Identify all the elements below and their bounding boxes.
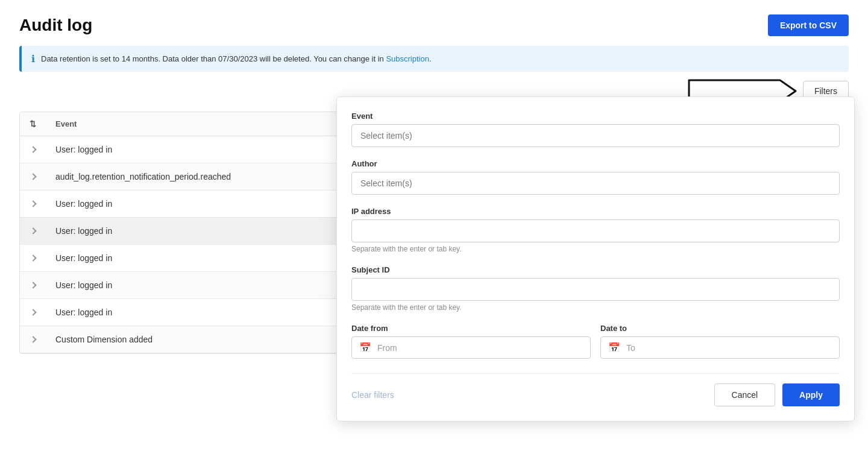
date-to-label: Date to [600,324,840,333]
date-from-label: Date from [351,324,591,333]
date-to-placeholder: To [626,343,635,353]
date-from-group: Date from 📅 From [351,324,591,359]
date-to-group: Date to 📅 To [600,324,840,359]
subject-filter-label: Subject ID [351,265,840,274]
ip-filter-hint: Separate with the enter or tab key. [351,245,840,253]
expand-icon[interactable] [30,227,36,234]
subject-filter-hint: Separate with the enter or tab key. [351,303,840,312]
filter-footer-actions: Cancel Apply [714,383,840,406]
ip-filter-label: IP address [351,207,840,216]
filter-ip-section: IP address Separate with the enter or ta… [351,207,840,253]
export-csv-button[interactable]: Export to CSV [768,14,849,36]
date-to-input[interactable]: 📅 To [600,336,840,359]
clear-filters-button[interactable]: Clear filters [351,390,394,400]
info-icon: ℹ [31,53,35,65]
expand-icon[interactable] [30,336,36,342]
filter-footer: Clear filters Cancel Apply [351,373,840,406]
filter-subject-section: Subject ID Separate with the enter or ta… [351,265,840,312]
date-range-row: Date from 📅 From Date to 📅 To [351,324,840,359]
expand-icon[interactable] [30,173,36,180]
table-col-expand: ⇅ [20,112,46,136]
filter-icon: ⇅ [30,119,36,128]
filter-event-section: Event [351,112,840,147]
calendar-to-icon: 📅 [608,342,620,353]
event-filter-input[interactable] [351,124,840,147]
author-filter-input[interactable] [351,172,840,195]
expand-icon[interactable] [30,282,36,288]
filter-author-section: Author [351,159,840,195]
expand-icon[interactable] [30,146,36,153]
filter-panel: Event Author IP address Separate with th… [336,96,855,421]
date-from-placeholder: From [377,343,397,353]
expand-icon[interactable] [30,254,36,261]
subject-filter-input[interactable] [351,278,840,301]
event-filter-label: Event [351,112,840,121]
subscription-link[interactable]: Subscription [386,54,429,63]
apply-button[interactable]: Apply [782,383,840,406]
ip-filter-input[interactable] [351,219,840,242]
banner-text: Data retention is set to 14 months. Data… [41,54,432,63]
date-from-input[interactable]: 📅 From [351,336,591,359]
expand-icon[interactable] [30,309,36,315]
page-title: Audit log [19,16,92,35]
cancel-button[interactable]: Cancel [714,383,776,406]
author-filter-label: Author [351,159,840,168]
calendar-from-icon: 📅 [359,342,371,353]
expand-icon[interactable] [30,200,36,207]
event-sort[interactable]: Event [55,119,77,128]
retention-banner: ℹ Data retention is set to 14 months. Da… [19,46,849,72]
